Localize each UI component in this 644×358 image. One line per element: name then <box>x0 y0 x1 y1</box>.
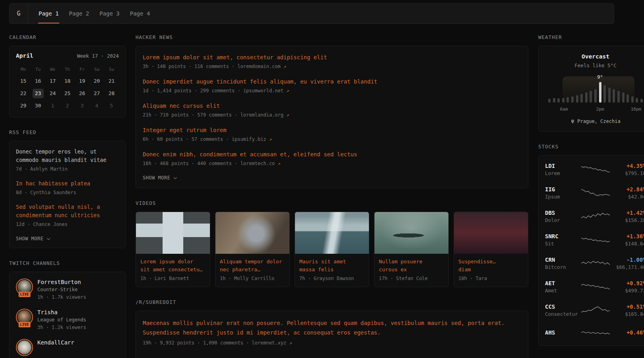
videos-row: Lorem ipsum dolor sit amet consectetu… 1… <box>136 212 528 287</box>
calendar-day: 21 <box>106 76 117 86</box>
weather-bar <box>640 99 643 103</box>
hn-item-meta: 21h · 710 points · 579 comments · <box>143 112 241 118</box>
rss-item-title[interactable]: Donec tempor eros leo, ut commodo mauris… <box>16 148 119 164</box>
stock-change: -1.00% <box>610 256 644 264</box>
show-more-label: SHOW MORE <box>16 236 44 241</box>
channel-name[interactable]: Trisha <box>37 309 86 316</box>
rss-item-title[interactable]: In hac habitasse platea <box>16 179 119 188</box>
video-title[interactable]: Mauris sit amet massa felis <box>295 254 369 274</box>
video-title[interactable]: Lorem ipsum dolor sit amet consectetu… <box>136 254 210 274</box>
channel-meta: 3h · 1.2k viewers <box>37 324 86 331</box>
stock-row[interactable]: LDILorem +4.35%$795.18 <box>545 158 644 181</box>
tab-page-1[interactable]: Page 1 <box>38 4 59 23</box>
hn-item-domain[interactable]: loremlandia.org ↗ <box>241 112 289 118</box>
subreddit-widget: /R/SUBREDDIT Maecenas mollis pulvinar er… <box>136 299 528 358</box>
stock-row[interactable]: SNRCSit +1.36%$148.64 <box>545 228 644 252</box>
channel-name[interactable]: ForrestBurton <box>37 278 86 286</box>
day-of-week-label: Tu <box>31 64 45 74</box>
hn-item: Lorem ipsum dolor sit amet, consectetur … <box>143 53 521 70</box>
rss-item-meta: 12d · Chance Jones <box>16 221 119 228</box>
app-logo[interactable]: G <box>10 4 28 23</box>
calendar-month: April <box>16 53 33 59</box>
video-title[interactable]: Nullam posuere cursus ex <box>374 254 448 274</box>
stock-price: $42.04 <box>610 193 644 200</box>
stock-sparkline <box>581 211 610 223</box>
stock-change: +1.36% <box>610 233 644 240</box>
video-card[interactable]: Lorem ipsum dolor sit amet consectetu… 1… <box>136 212 210 287</box>
hn-item-meta: 6h · 60 points · 57 comments · <box>143 136 232 142</box>
video-thumbnail[interactable] <box>295 212 369 254</box>
weather-bar <box>557 98 560 103</box>
stock-row[interactable]: AHS +0.46% <box>545 322 644 343</box>
hn-item-domain[interactable]: ipsumworld.net ↗ <box>243 88 289 93</box>
hn-item-domain[interactable]: loremdomain.com ↗ <box>237 64 286 69</box>
stock-symbol: AET <box>545 280 581 287</box>
weather-bar <box>580 94 583 103</box>
day-of-week-label: Fr <box>75 64 89 74</box>
hn-item-title[interactable]: Aliquam nec cursus elit <box>143 102 521 110</box>
video-card[interactable]: Nullam posuere cursus ex 17h · Stefan Co… <box>374 212 449 287</box>
video-thumbnail[interactable] <box>136 212 210 254</box>
video-card[interactable]: Aliquam tempor dolor nec pharetra… 1h · … <box>215 212 290 287</box>
stock-sparkline <box>581 258 610 270</box>
day-of-week-label: Th <box>60 64 75 74</box>
calendar-day: 20 <box>91 76 103 86</box>
subreddit-post-domain[interactable]: loremnet.xyz ↗ <box>252 340 292 346</box>
channel-avatar[interactable]: LIVE <box>16 309 33 326</box>
calendar-day: 28 <box>106 89 117 98</box>
weather-widget-title: WEATHER <box>538 34 644 40</box>
twitch-card: LIVE ForrestBurton Counter-Strike 1h · 1… <box>9 272 126 358</box>
stock-row[interactable]: IIGIpsum +2.84%$42.04 <box>545 181 644 205</box>
weather-time-label: 6am <box>560 107 568 112</box>
stock-change: +2.84% <box>610 186 644 193</box>
stock-name: Consectetur <box>545 311 581 318</box>
rss-item-title[interactable]: Sed volutpat nulla nisl, a condimentum n… <box>16 203 119 220</box>
channel-game: Counter-Strike <box>37 286 86 294</box>
weather-bar <box>617 91 620 103</box>
rss-show-more-button[interactable]: SHOW MORE <box>16 236 50 241</box>
tab-page-3[interactable]: Page 3 <box>99 4 120 23</box>
hn-show-more-button[interactable]: SHOW MORE <box>143 175 177 181</box>
hn-item: Donec imperdiet augue tincidunt felis al… <box>143 78 521 94</box>
chevron-down-icon <box>173 175 177 179</box>
hn-item-title[interactable]: Donec enim nibh, condimentum et accumsan… <box>143 150 521 159</box>
stock-row[interactable]: CRNBitcorn -1.00%$66,171.48 <box>545 252 644 275</box>
video-card[interactable]: Mauris sit amet massa felis 7h · Grayson… <box>295 212 369 287</box>
stock-name: Lorem <box>545 170 581 177</box>
external-link-icon: ↗ <box>269 136 272 142</box>
channel-avatar[interactable] <box>16 339 33 356</box>
stock-symbol: SNRC <box>545 233 581 240</box>
tab-page-2[interactable]: Page 2 <box>69 4 90 23</box>
stock-row[interactable]: DBSDolor +1.42%$156.28 <box>545 205 644 228</box>
video-title[interactable]: Suspendisse… diam <box>454 254 528 274</box>
stock-row[interactable]: CCSConsectetur +0.51%$165.84 <box>545 299 644 322</box>
calendar-card: April Week 17 · 2024 Mo Tu We Th Fr Sa S… <box>9 46 126 117</box>
hn-item-title[interactable]: Lorem ipsum dolor sit amet, consectetur … <box>143 53 521 62</box>
page-tabs: Page 1 Page 2 Page 3 Page 4 <box>28 4 155 23</box>
avatar <box>17 340 31 354</box>
subreddit-widget-title: /R/SUBREDDIT <box>136 299 528 305</box>
stock-sparkline <box>581 164 610 176</box>
tab-page-4[interactable]: Page 4 <box>130 4 151 23</box>
hn-item-domain[interactable]: ipsumify.biz ↗ <box>232 136 272 142</box>
stock-name: Dolor <box>545 217 581 224</box>
hn-item-title[interactable]: Donec imperdiet augue tincidunt felis al… <box>143 78 521 86</box>
weather-widget: WEATHER Overcast Feels like 5°C 9° 6am2p… <box>538 34 644 132</box>
hn-item-domain[interactable]: loremtech.co ↗ <box>241 161 281 166</box>
subreddit-post-title[interactable]: Maecenas mollis pulvinar erat non posuer… <box>143 318 521 337</box>
channel-avatar[interactable]: LIVE <box>16 278 33 296</box>
channel-name[interactable]: KendallCarr <box>37 339 74 346</box>
stock-name: Bitcorn <box>545 264 581 271</box>
stock-row[interactable]: AETAmet +0.92%$499.72 <box>545 275 644 299</box>
hn-item-title[interactable]: Integer eget rutrum lorem <box>143 126 521 134</box>
video-thumbnail[interactable] <box>374 212 448 254</box>
video-card[interactable]: Suspendisse… diam 18h · Tara <box>454 212 528 287</box>
weather-bar <box>590 91 592 103</box>
day-of-week-label: Mo <box>16 64 31 74</box>
rss-item-meta: 8d · Cynthia Saunders <box>16 189 119 196</box>
video-thumbnail[interactable] <box>454 212 528 254</box>
twitch-channel: LIVE ForrestBurton Counter-Strike 1h · 1… <box>16 278 119 301</box>
video-thumbnail[interactable] <box>215 212 289 254</box>
video-title[interactable]: Aliquam tempor dolor nec pharetra… <box>215 254 289 274</box>
weather-bar <box>636 98 638 103</box>
